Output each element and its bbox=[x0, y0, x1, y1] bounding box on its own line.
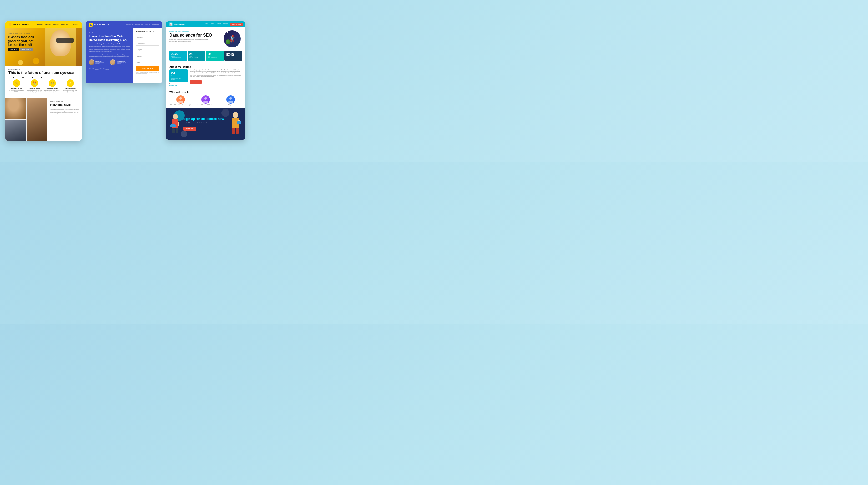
presenter2-info: Penelope Perez Marketing Manager Bar Mar… bbox=[117, 61, 130, 64]
stat-hours-num: 24 bbox=[189, 53, 204, 56]
bm-form-title: WATCH THE WEBINAR bbox=[136, 31, 159, 33]
seo-logo-icon: 📊 bbox=[169, 22, 173, 26]
feature-scratch-title: Made from scratch bbox=[44, 88, 61, 89]
seo-about-inner: 24 Hoursof practice and immersionin data… bbox=[169, 69, 242, 86]
sl-nav-links: FRAMES LENSES PRICING REVIEWS LOCATIONS bbox=[37, 24, 79, 25]
bm-wave-decoration bbox=[89, 67, 130, 72]
seo-about-left: 24 Hoursof practice and immersionin data… bbox=[169, 69, 188, 86]
seo-nav-about[interactable]: About bbox=[205, 23, 208, 26]
seo-benefit-title: Who will benefit bbox=[169, 91, 242, 94]
bm-logo-icon bbox=[89, 23, 93, 27]
sl-individual-style: DESIGNED BY YOU Individual style Whether… bbox=[48, 98, 82, 141]
register-now-button[interactable]: REGISTER NOW bbox=[136, 66, 159, 70]
presenter1-info: Jeremy Avery Senior Marketing Bar Market… bbox=[95, 61, 108, 64]
sl-how-it-works: HOW IT WORKS This is the future of premi… bbox=[5, 66, 82, 98]
seo-signup-desc: and get a PDF course report & certificat… bbox=[183, 122, 227, 123]
feature-designed-desc: Select your style, choose your color, fi… bbox=[26, 90, 42, 94]
rocket-illustration: 🚀 ✦ ✦ bbox=[224, 30, 241, 48]
measured-icon: 📏 bbox=[13, 80, 20, 87]
stars-icon: ✦ ✦ bbox=[225, 32, 228, 33]
benefit-item-3: SEO geeks bbox=[219, 95, 242, 106]
seo-nav-program[interactable]: Program bbox=[216, 23, 221, 26]
bm-nav-what[interactable]: What We Do bbox=[126, 24, 133, 26]
sl-nav-reviews[interactable]: REVIEWS bbox=[61, 24, 68, 25]
feature-scratch-desc: Each pair is crafted for one person at a… bbox=[44, 90, 61, 94]
sl-photo-grid bbox=[5, 98, 48, 141]
company-input[interactable] bbox=[136, 48, 159, 52]
svg-point-7 bbox=[173, 114, 178, 119]
dot-3 bbox=[32, 77, 33, 79]
seo-hero-left: Discover new data analytics tools Data s… bbox=[169, 30, 221, 42]
feature-measured-desc: Use our iOS app to scan your face and ca… bbox=[8, 90, 25, 92]
photo-2 bbox=[27, 98, 48, 141]
sl-designed-label: DESIGNED BY YOU bbox=[50, 101, 79, 103]
sl-hero-subtitle: CUSTOM-TAILORED EYEWEAR bbox=[8, 33, 39, 34]
signup-person-left bbox=[169, 113, 181, 135]
sl-nav-pricing[interactable]: PRICING bbox=[53, 24, 59, 25]
svg-rect-10 bbox=[176, 128, 178, 133]
screenshots-container: ☀️ Sunny Lenses FRAMES LENSES PRICING RE… bbox=[5, 21, 284, 140]
sl-progress-dots bbox=[8, 77, 79, 79]
seo-nav-location[interactable]: Location bbox=[223, 23, 228, 26]
bm-nav-who[interactable]: Who We Are bbox=[135, 24, 143, 26]
bm-body: Learn How You Can Make a Data-Driven Mar… bbox=[86, 28, 162, 83]
seo-stat-price: $245 PriceBest offer bbox=[224, 51, 242, 61]
seo-solutions-card: 📊 SEO Solutions About Tutors Program Loc… bbox=[166, 21, 245, 140]
seo-hero-title: Data science for SEO bbox=[169, 33, 221, 38]
designed-icon: ✂️ bbox=[31, 80, 38, 87]
stat-price-num: $245 bbox=[226, 53, 241, 56]
seo-signup-title: Sign up for the course now bbox=[183, 117, 227, 121]
bm-nav-contact[interactable]: Contact Us bbox=[152, 24, 159, 26]
benefit-icon-geeks bbox=[226, 95, 235, 104]
svg-point-5 bbox=[205, 97, 207, 100]
presenter2-avatar bbox=[110, 59, 116, 65]
dot-2 bbox=[22, 77, 24, 79]
industry-input[interactable] bbox=[136, 61, 159, 64]
seo-hours-box: 24 Hoursof practice and immersionin data… bbox=[169, 69, 188, 82]
seo-level-value: Intermediate bbox=[169, 85, 188, 86]
sun-icon: ☀️ bbox=[8, 23, 11, 26]
seo-about-right: Every day, Google Analytics, Google Sear… bbox=[190, 69, 242, 86]
seo-logo: 📊 SEO Solutions bbox=[169, 22, 185, 26]
feature-measured: 📏 Measured for you Use our iOS app to sc… bbox=[8, 80, 25, 94]
bm-desc: Marketing your firm should never be reac… bbox=[89, 46, 130, 52]
sl-how-title: This is the future of premium eyewear bbox=[8, 70, 79, 75]
feature-guaranteed-desc: We guarantee your Sunny Lenses glasses w… bbox=[62, 90, 79, 94]
jobtitle-input[interactable] bbox=[136, 54, 159, 58]
seo-book-place-button[interactable]: BOOK A PLACE bbox=[190, 80, 202, 84]
sl-hero-title: Glasses that look good on you, not just … bbox=[8, 35, 39, 47]
photo-1 bbox=[5, 98, 26, 119]
seo-hero-desc: Learn to gather and analyse data provide… bbox=[169, 39, 209, 42]
seo-register-button[interactable]: REGISTER bbox=[183, 127, 196, 130]
sl-hero: CUSTOM-TAILORED EYEWEAR Glasses that loo… bbox=[5, 28, 82, 66]
benefit-item-2: Licensed SEO experts and SEO enthusiasts bbox=[194, 95, 217, 106]
sl-how-label: HOW IT WORKS bbox=[8, 68, 79, 70]
shop-women-button[interactable]: SHOP WOMEN bbox=[20, 48, 33, 51]
seo-brand-name: SEO Solutions bbox=[174, 23, 185, 25]
dot-4 bbox=[41, 77, 42, 79]
svg-rect-11 bbox=[178, 122, 179, 126]
presenter1-avatar bbox=[89, 59, 94, 65]
sl-nav-frames[interactable]: FRAMES bbox=[37, 24, 43, 25]
sl-nav-locations[interactable]: LOCATIONS bbox=[70, 24, 79, 25]
feature-designed-title: Designed by you bbox=[26, 88, 42, 89]
sl-bottom-section: DESIGNED BY YOU Individual style Whether… bbox=[5, 98, 82, 141]
fullname-input[interactable] bbox=[136, 36, 159, 39]
seo-benefit-items: In-house SEO specialists working on larg… bbox=[169, 95, 242, 106]
feature-designed: ✂️ Designed by you Select your style, ch… bbox=[26, 80, 42, 94]
sl-logo: ☀️ Sunny Lenses bbox=[8, 23, 29, 26]
card2-stack: BAR MARKETING What We Do Who We Are Abou… bbox=[86, 21, 162, 86]
bm-subtitle: Is your marketing plan delivering result… bbox=[89, 43, 130, 45]
seo-book-a-place-nav-button[interactable]: BOOK A PLACE bbox=[230, 23, 243, 26]
sl-individual-title: Individual style bbox=[50, 103, 79, 107]
benefit-item-1: In-house SEO specialists working on larg… bbox=[169, 95, 192, 106]
shop-men-button[interactable]: SHOP MEN bbox=[8, 48, 19, 51]
sl-individual-desc: Whether a subtle suit or texture dress, … bbox=[50, 109, 79, 115]
sunny-lenses-card: ☀️ Sunny Lenses FRAMES LENSES PRICING RE… bbox=[5, 21, 82, 140]
email-input[interactable] bbox=[136, 42, 159, 46]
seo-about-title: About the course bbox=[169, 65, 242, 68]
sl-nav-lenses[interactable]: LENSES bbox=[45, 24, 51, 25]
bm-nav-about[interactable]: About Us bbox=[145, 24, 151, 26]
guaranteed-icon: ⭐ bbox=[66, 80, 74, 87]
seo-nav-tutors[interactable]: Tutors bbox=[210, 23, 214, 26]
